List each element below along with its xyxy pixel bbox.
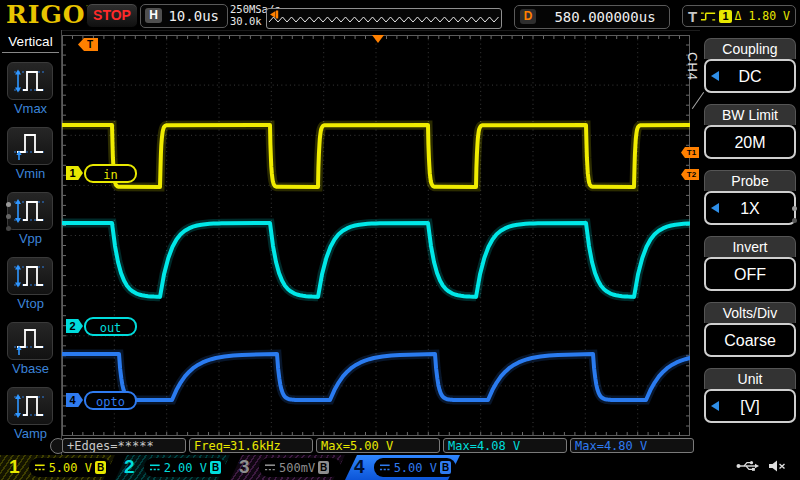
dc-coupling-icon — [149, 463, 161, 472]
menu-item-label: Probe — [704, 170, 796, 191]
menu-item-label: BW Limit — [704, 104, 796, 125]
delay-box: D 580.000000us — [514, 5, 670, 29]
channel-scale-box: 500mV B — [259, 458, 341, 477]
sidebar-item-vtop[interactable]: Vtop — [7, 257, 54, 313]
waveform-display — [62, 35, 690, 436]
menu-item-label: Unit — [704, 368, 796, 389]
dc-coupling-icon — [264, 463, 276, 472]
top-status-bar: RIGOL STOP H 10.0us 250MSa/s 30.0k pts D… — [0, 0, 800, 31]
left-arrow-icon — [711, 203, 719, 213]
sidebar-item-label: Vmin — [7, 166, 54, 181]
measurement-max-ch2: Max=4.08 V — [443, 438, 567, 453]
timebase-value: 10.0us — [168, 8, 219, 24]
vmax-icon — [7, 62, 53, 100]
channel-label-out: out — [84, 317, 137, 336]
menu-item-probe[interactable]: Probe 1X — [704, 170, 796, 230]
oscilloscope-screen: RIGOL STOP H 10.0us 250MSa/s 30.0k pts D… — [0, 0, 800, 480]
sidebar-item-vmax[interactable]: Vmax — [7, 62, 54, 118]
measurement-freq: Freq=31.6kHz — [189, 438, 313, 453]
preview-position-icon — [269, 10, 280, 19]
channel-menu: CH4 Coupling DC BW Limit 20M Probe 1X In… — [700, 30, 800, 455]
channel-label-in: in — [84, 164, 137, 183]
menu-item-bw-limit[interactable]: BW Limit 20M — [704, 104, 796, 164]
sidebar-item-label: Vtop — [7, 296, 54, 311]
page-dot — [792, 206, 797, 211]
menu-item-invert[interactable]: Invert OFF — [704, 236, 796, 296]
menu-item-coupling[interactable]: Coupling DC — [704, 38, 796, 98]
waveform-preview-bar[interactable] — [266, 8, 502, 29]
run-state-indicator[interactable]: STOP — [86, 3, 138, 28]
horizontal-timebase-box: H 10.0us — [140, 4, 228, 28]
menu-item-value: Coarse — [704, 323, 796, 357]
horizontal-icon: H — [145, 8, 162, 23]
sidebar-item-label: Vbase — [7, 361, 54, 376]
dc-coupling-icon — [34, 463, 46, 472]
bw-limit-badge: B — [440, 461, 451, 474]
menu-item-label: Volts/Div — [704, 302, 796, 323]
vamp-icon — [7, 387, 53, 425]
menu-item-volts-div[interactable]: Volts/Div Coarse — [704, 302, 796, 362]
preview-waveform — [267, 9, 499, 26]
page-dot — [792, 218, 797, 223]
channel-status-ch1[interactable]: 1 5.00 V B — [0, 455, 115, 480]
sidebar-item-label: Vpp — [7, 231, 54, 246]
delay-value: 580.000000us — [541, 9, 669, 25]
menu-item-value: [V] — [704, 389, 796, 423]
channel-status-ch4[interactable]: 4 5.00 V B — [345, 455, 460, 480]
vmin-icon — [7, 127, 53, 165]
speaker-muted-icon — [768, 459, 786, 473]
trigger-info-box: T 1 Δ 1.80 V — [682, 5, 796, 27]
bw-limit-badge: B — [210, 461, 221, 474]
menu-item-value: OFF — [704, 257, 796, 291]
sidebar-item-vpp[interactable]: Vpp — [7, 192, 54, 248]
vtop-icon — [7, 257, 53, 295]
channel-status-bar: 1 5.00 V B 2 2.00 V B 3 500mV B — [0, 455, 800, 480]
menu-tab-edge — [692, 92, 704, 109]
menu-tab-ch4: CH4 — [685, 52, 700, 81]
trigger-label: T — [688, 8, 697, 25]
dc-coupling-icon — [379, 463, 391, 472]
menu-item-value: 1X — [704, 191, 796, 225]
channel-status-ch3[interactable]: 3 500mV B — [230, 455, 345, 480]
channel-scale: 500mV — [279, 461, 315, 475]
trigger-source-badge: 1 — [719, 10, 731, 23]
measurement-edges: +Edges=***** — [62, 438, 186, 453]
delay-marker-icon[interactable] — [372, 35, 384, 43]
usb-icon — [736, 459, 760, 473]
vbase-icon — [7, 322, 53, 360]
sidebar-item-vmin[interactable]: Vmin — [7, 127, 54, 183]
channel-number: 1 — [9, 456, 20, 478]
channel-scale-box: 5.00 V B — [374, 458, 456, 477]
measure-category-title[interactable]: Vertical — [2, 32, 59, 53]
bw-limit-badge: B — [318, 461, 329, 474]
sidebar-item-vbase[interactable]: Vbase — [7, 322, 54, 378]
left-arrow-icon — [711, 71, 719, 81]
graticule: T T1 T2 1 2 4 in out opto — [62, 35, 690, 436]
menu-item-value: 20M — [704, 125, 796, 159]
page-dot — [6, 202, 11, 207]
measurement-bar: +Edges=***** Freq=31.6kHz Max=5.00 V Max… — [0, 438, 800, 454]
delay-icon: D — [520, 9, 536, 24]
menu-item-label: Coupling — [704, 38, 796, 59]
measure-sidebar: Vertical Vmax Vmin Vpp Vtop — [0, 30, 62, 455]
channel-status-ch2[interactable]: 2 2.00 V B — [115, 455, 230, 480]
trigger-level-value: Δ 1.80 V — [735, 9, 790, 23]
channel-scale: 2.00 V — [164, 461, 207, 475]
sidebar-item-vamp[interactable]: Vamp — [7, 387, 54, 443]
menu-item-unit[interactable]: Unit [V] — [704, 368, 796, 428]
sidebar-item-label: Vmax — [7, 101, 54, 116]
channel-scale: 5.00 V — [49, 461, 92, 475]
channel-scale: 5.00 V — [394, 461, 437, 475]
channel-number: 2 — [124, 456, 135, 478]
measurement-max-ch4: Max=4.80 V — [570, 438, 694, 453]
menu-item-label: Invert — [704, 236, 796, 257]
trigger-slope-icon — [700, 10, 716, 23]
channel-scale-box: 2.00 V B — [144, 458, 226, 477]
page-dot — [6, 226, 11, 231]
channel-scale-box: 5.00 V B — [29, 458, 111, 477]
left-arrow-icon — [711, 401, 719, 411]
channel-number: 3 — [239, 456, 250, 478]
channel-label-opto: opto — [84, 391, 137, 410]
channel-number: 4 — [354, 456, 365, 478]
measurement-max-ch1: Max=5.00 V — [316, 438, 440, 453]
